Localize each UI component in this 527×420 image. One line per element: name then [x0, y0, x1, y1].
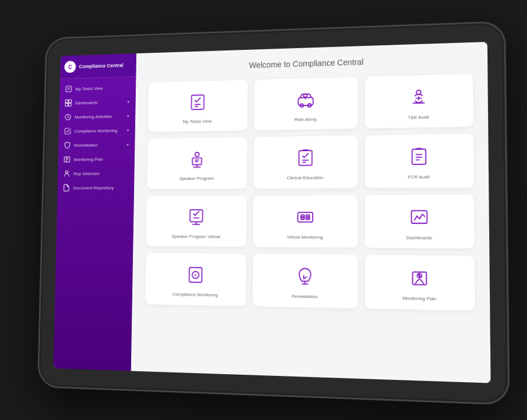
sidebar-nav: My Tasks View Dashboards ▼ Monitoring Ac…: [53, 77, 136, 371]
fcr-audit-icon: [406, 144, 432, 170]
sidebar-app-title: Compliance Central: [79, 62, 124, 69]
nav-label-dashboards: Dashboards: [75, 100, 98, 105]
my-tasks-icon: [185, 89, 210, 115]
sidebar-item-monitoring-plan[interactable]: Monitoring Plan: [58, 151, 135, 166]
sidebar-item-rep-selection[interactable]: Rep Selection: [58, 166, 135, 180]
nav-label-document-repository: Document Repository: [73, 185, 114, 190]
svg-point-12: [65, 170, 68, 172]
sidebar-item-compliance-monitoring[interactable]: Compliance Monitoring ▼: [58, 123, 135, 138]
dashboards-icon: [406, 204, 432, 230]
card-label-tse-audit: T&E Audit: [408, 114, 429, 120]
card-label-remediation: Remediation: [292, 293, 318, 300]
svg-rect-13: [191, 95, 204, 109]
svg-rect-38: [190, 209, 202, 221]
sidebar-header: C Compliance Central: [60, 53, 136, 79]
svg-point-19: [303, 93, 306, 97]
speaker-virtual-icon: [184, 204, 209, 229]
card-tse-audit[interactable]: T&E Audit: [365, 73, 474, 128]
logo-letter: C: [68, 64, 72, 70]
monitoring-plan-icon: [406, 265, 432, 291]
ride-along-icon: [293, 87, 318, 112]
card-label-speaker-program: Speaker Program: [179, 176, 214, 182]
svg-rect-5: [65, 103, 68, 106]
svg-rect-31: [298, 151, 312, 166]
nav-arrow-dashboards: ▼: [127, 99, 131, 103]
svg-rect-4: [69, 100, 72, 103]
nav-label-compliance-monitoring: Compliance Monitoring: [74, 128, 117, 134]
tse-audit-icon: [405, 84, 431, 111]
card-label-compliance-monitoring: Compliance Monitoring: [172, 292, 218, 299]
virtual-monitoring-icon: [292, 204, 318, 229]
card-label-ride-along: Ride Along: [294, 116, 317, 123]
nav-arrow-remediation: ▼: [126, 142, 130, 146]
nav-label-monitoring-plan: Monitoring Plan: [74, 156, 103, 162]
svg-rect-34: [412, 149, 426, 164]
svg-rect-0: [66, 86, 72, 92]
svg-rect-42: [297, 212, 312, 222]
nav-label-my-tasks: My Tasks View: [75, 85, 103, 91]
nav-label-rep-selection: Rep Selection: [73, 171, 100, 176]
sidebar-item-remediation[interactable]: Remediation ▼: [58, 137, 135, 152]
card-label-clinical-education: Clinical Education: [287, 175, 324, 181]
speaker-program-icon: [184, 147, 209, 171]
sidebar: C Compliance Central My Tasks View: [53, 53, 136, 371]
card-monitoring-plan[interactable]: Monitoring Plan: [365, 254, 475, 310]
card-dashboards[interactable]: Dashboards: [365, 194, 474, 248]
svg-rect-3: [65, 100, 68, 103]
card-label-speaker-program-virtual: Speaker Program Virtual: [172, 234, 221, 240]
svg-point-46: [306, 216, 308, 218]
svg-text:€: €: [194, 272, 196, 277]
compliance-monitoring-icon: €: [183, 262, 207, 287]
remediation-icon: [292, 263, 318, 289]
card-label-monitoring-plan: Monitoring Plan: [403, 296, 436, 303]
welcome-title: Welcome to Compliance Central: [149, 54, 473, 73]
card-speaker-program[interactable]: Speaker Program: [147, 137, 247, 189]
app-logo: C: [64, 61, 76, 73]
svg-rect-26: [192, 158, 201, 164]
card-label-dashboards: Dashboards: [406, 235, 432, 241]
nav-arrow-monitoring: ▼: [126, 113, 130, 117]
tablet-device: C Compliance Central My Tasks View: [37, 21, 510, 405]
sidebar-item-dashboards[interactable]: Dashboards ▼: [60, 94, 136, 110]
card-clinical-education[interactable]: Clinical Education: [254, 135, 358, 188]
card-my-tasks-view[interactable]: My Tasks View: [148, 80, 247, 132]
tablet-screen: C Compliance Central My Tasks View: [53, 42, 490, 383]
sidebar-item-monitoring-activities[interactable]: Monitoring Activities ▼: [59, 108, 135, 124]
card-speaker-program-virtual[interactable]: Speaker Program Virtual: [146, 195, 247, 246]
sidebar-item-my-tasks[interactable]: My Tasks View: [60, 80, 136, 96]
nav-label-monitoring-activities: Monitoring Activities: [74, 113, 112, 119]
card-virtual-monitoring[interactable]: Virtual Monitoring: [253, 195, 358, 248]
svg-point-25: [195, 152, 199, 157]
card-compliance-monitoring[interactable]: € Compliance Monitoring: [145, 253, 246, 305]
sidebar-item-document-repository[interactable]: Document Repository: [57, 180, 134, 195]
card-label-fcr-audit: FCR Audit: [408, 174, 430, 180]
card-remediation[interactable]: Remediation: [253, 254, 358, 308]
cards-grid: My Tasks View Ride Along: [145, 73, 475, 310]
clinical-education-icon: [293, 145, 318, 170]
card-ride-along[interactable]: Ride Along: [254, 77, 357, 130]
svg-rect-6: [69, 103, 72, 106]
svg-point-45: [301, 216, 303, 218]
main-content: Welcome to Compliance Central My Tasks V…: [131, 42, 491, 383]
nav-arrow-compliance: ▼: [126, 128, 130, 132]
nav-label-remediation: Remediation: [74, 142, 97, 147]
card-label-virtual-monitoring: Virtual Monitoring: [287, 234, 323, 241]
card-label-my-tasks-view: My Tasks View: [183, 119, 211, 125]
card-fcr-audit[interactable]: FCR Audit: [365, 134, 474, 187]
